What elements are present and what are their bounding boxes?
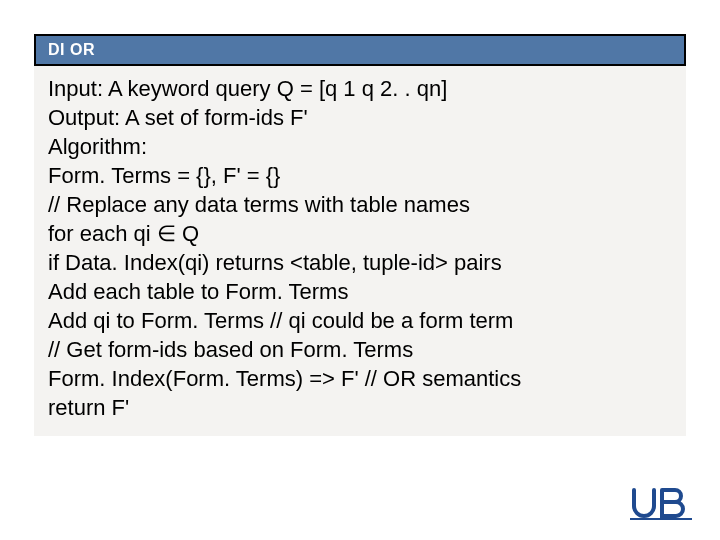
algorithm-line: Output: A set of form-ids F' xyxy=(48,103,672,132)
algorithm-line: Form. Terms = {}, F' = {} xyxy=(48,161,672,190)
algorithm-box: Input: A keyword query Q = [q 1 q 2. . q… xyxy=(34,66,686,436)
slide: DI OR Input: A keyword query Q = [q 1 q … xyxy=(0,0,720,540)
algorithm-line: // Replace any data terms with table nam… xyxy=(48,190,672,219)
algorithm-line: return F' xyxy=(48,393,672,422)
ub-logo-icon xyxy=(628,486,694,526)
algorithm-line: Add each table to Form. Terms xyxy=(48,277,672,306)
algorithm-line: Form. Index(Form. Terms) => F' // OR sem… xyxy=(48,364,672,393)
algorithm-line: Algorithm: xyxy=(48,132,672,161)
section-header-title: DI OR xyxy=(48,41,95,59)
algorithm-line: Add qi to Form. Terms // qi could be a f… xyxy=(48,306,672,335)
algorithm-line: if Data. Index(qi) returns <table, tuple… xyxy=(48,248,672,277)
algorithm-line: for each qi ∈ Q xyxy=(48,219,672,248)
section-header-bar: DI OR xyxy=(34,34,686,66)
algorithm-line: // Get form-ids based on Form. Terms xyxy=(48,335,672,364)
algorithm-line: Input: A keyword query Q = [q 1 q 2. . q… xyxy=(48,74,672,103)
